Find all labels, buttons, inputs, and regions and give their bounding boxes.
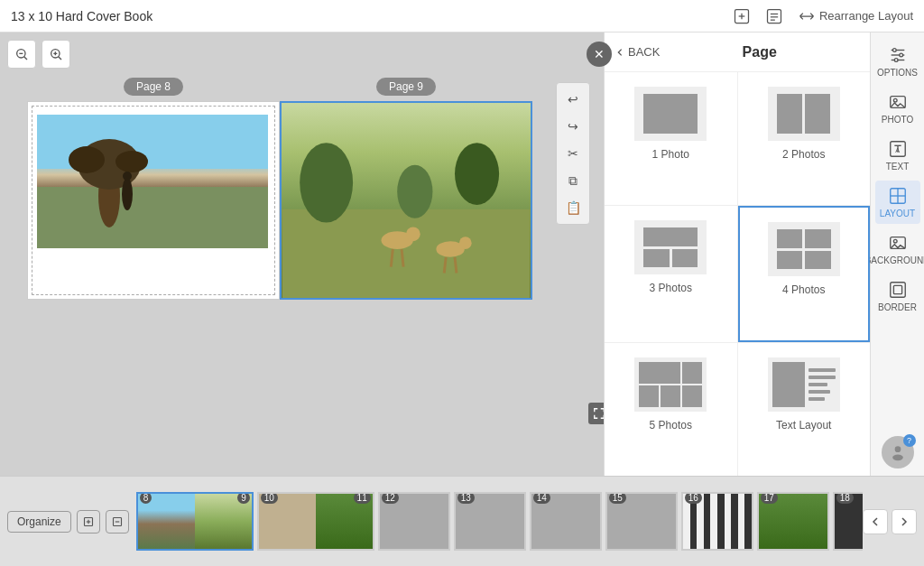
thumb-1photo <box>643 94 698 134</box>
page-9-wrapper: Page 9 <box>280 78 532 300</box>
filmstrip-item-15[interactable]: 15 <box>605 492 678 551</box>
prev-arrow-button[interactable] <box>863 509 888 534</box>
thumb-photo-1 <box>777 94 802 134</box>
thumb-bl <box>777 251 803 270</box>
svg-line-29 <box>402 249 403 267</box>
zoom-out-button[interactable] <box>7 40 36 69</box>
layout-3-photos[interactable]: 3 Photos <box>605 206 737 342</box>
layout-4-photos[interactable]: 4 Photos <box>738 206 871 342</box>
film-number-18: 18 <box>836 492 854 504</box>
filmstrip-thumb-16: 16 <box>681 492 753 551</box>
remove-page-icon <box>112 516 123 527</box>
zoom-in-button[interactable] <box>42 40 70 69</box>
layout-5-photos-thumb <box>634 357 707 412</box>
canvas-toolbar <box>7 40 70 69</box>
add-photo-button[interactable] <box>733 7 751 25</box>
layout-panel: ✕ BACK Page 1 Photo <box>604 32 870 476</box>
avatar-icon <box>889 443 907 461</box>
film-number-14: 14 <box>533 492 550 504</box>
next-arrow-button[interactable] <box>892 509 917 534</box>
svg-line-13 <box>59 57 61 60</box>
nav-arrows <box>863 509 924 534</box>
page-8-photo <box>37 115 268 248</box>
thumb-line-1 <box>808 368 836 372</box>
copy-button[interactable]: ⧉ <box>560 168 586 193</box>
page-8[interactable] <box>27 101 280 300</box>
filmstrip-item-18[interactable]: 18 <box>833 492 863 551</box>
filmstrip-item-8-9[interactable]: 8 9 <box>136 492 254 551</box>
svg-rect-3 <box>767 9 781 23</box>
rearrange-label: Rearrange Layout <box>819 9 913 23</box>
border-icon <box>888 280 908 300</box>
filmstrip-item-16[interactable]: 16 <box>681 492 753 551</box>
edit-button[interactable] <box>765 7 783 25</box>
filmstrip-thumb-17: 17 <box>757 492 829 551</box>
sidebar-item-photo[interactable]: PHOTO <box>875 87 920 130</box>
thumb-photo-2 <box>805 94 830 134</box>
filmstrip: 8 9 10 11 12 <box>136 488 863 554</box>
layout-label: LAYOUT <box>880 209 915 218</box>
sidebar-item-text[interactable]: A TEXT <box>875 134 920 177</box>
header-actions: Rearrange Layout <box>733 7 913 25</box>
sidebar-item-background[interactable]: BACKGROUND <box>875 227 920 271</box>
film-number-10: 10 <box>261 492 278 504</box>
thumb-4photos <box>777 229 831 269</box>
page-9[interactable] <box>280 101 532 300</box>
film-number-15: 15 <box>609 492 626 504</box>
svg-rect-23 <box>282 209 531 298</box>
vertical-toolbar: ↩ ↪ ✂ ⧉ 📋 <box>556 82 590 225</box>
svg-point-22 <box>123 172 132 181</box>
thumb-photo-br <box>672 249 698 268</box>
page-9-label: Page 9 <box>376 78 436 96</box>
redo-button[interactable]: ↪ <box>560 114 586 139</box>
sidebar-item-border[interactable]: BORDER <box>875 274 920 318</box>
filmstrip-item-17[interactable]: 17 <box>757 492 829 551</box>
filmstrip-item-10-11[interactable]: 10 11 <box>257 492 374 551</box>
zoom-in-icon <box>49 47 63 61</box>
filmstrip-item-12[interactable]: 12 <box>378 492 450 551</box>
sidebar-item-layout[interactable]: LAYOUT <box>875 181 920 224</box>
filmstrip-thumb-18: 18 <box>833 492 863 551</box>
add-page-button[interactable] <box>77 510 100 534</box>
thumb-line-4 <box>808 390 830 394</box>
thumb-5photos <box>639 362 702 407</box>
sidebar-item-options[interactable]: OPTIONS <box>875 40 920 83</box>
back-button[interactable]: BACK <box>615 45 660 59</box>
thumb-text-lines <box>808 362 836 407</box>
edit-icon <box>765 7 783 25</box>
layout-2-photos[interactable]: 2 Photos <box>738 72 871 205</box>
main-area: Page 8 <box>0 32 924 476</box>
panel-title: Page <box>660 44 859 60</box>
filmstrip-item-14[interactable]: 14 <box>530 492 602 551</box>
filmstrip-thumb-13: 13 <box>454 492 526 551</box>
organize-button[interactable]: Organize <box>7 511 71 533</box>
cut-button[interactable]: ✂ <box>560 141 586 166</box>
layout-3-photos-thumb <box>634 220 707 274</box>
thumb-5-br <box>682 385 702 407</box>
user-avatar[interactable]: ? <box>882 436 914 469</box>
expand-button[interactable] <box>588 403 604 424</box>
undo-button[interactable]: ↩ <box>560 87 586 112</box>
film-number-16: 16 <box>685 492 702 504</box>
film-number-13: 13 <box>457 492 475 504</box>
thumb-text-layout <box>772 362 836 407</box>
close-panel-button[interactable]: ✕ <box>587 42 612 67</box>
remove-page-button[interactable] <box>106 510 129 534</box>
zoom-out-icon <box>14 47 29 61</box>
filmstrip-item-13[interactable]: 13 <box>454 492 526 551</box>
bottom-controls: Organize <box>0 510 136 534</box>
panel-header: BACK Page <box>605 32 870 72</box>
baobab-svg <box>37 115 268 248</box>
layout-5-photos[interactable]: 5 Photos <box>605 343 737 476</box>
svg-line-32 <box>444 257 446 274</box>
layout-text[interactable]: Text Layout <box>738 343 871 476</box>
layout-text-label: Text Layout <box>776 419 831 431</box>
layout-3-photos-label: 3 Photos <box>650 282 692 294</box>
rearrange-layout-button[interactable]: Rearrange Layout <box>798 7 913 25</box>
paste-button[interactable]: 📋 <box>560 195 586 220</box>
baobab-photo <box>37 115 268 248</box>
svg-point-42 <box>893 98 897 102</box>
layout-1-photo-thumb <box>634 87 707 141</box>
page-8-label: Page 8 <box>124 78 183 96</box>
layout-1-photo[interactable]: 1 Photo <box>605 72 737 205</box>
